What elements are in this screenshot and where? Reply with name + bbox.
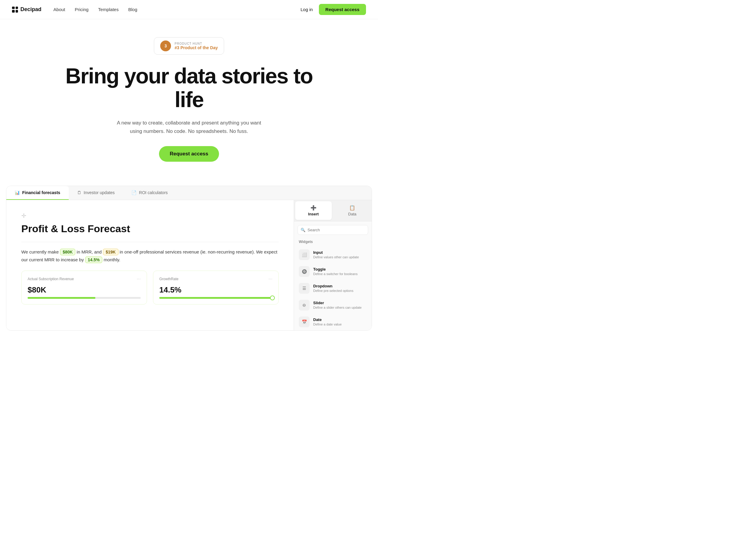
doc-text-part4: monthly. xyxy=(103,257,120,262)
drag-icon: ✛ xyxy=(21,212,279,219)
badge-text: PRODUCT HUNT #3 Product of the Day xyxy=(175,42,218,50)
widget-slider[interactable]: ⊖ Slider Define a slider others can upda… xyxy=(294,297,372,314)
nav-templates[interactable]: Templates xyxy=(98,7,118,12)
metric-card-revenue-menu[interactable]: ··· xyxy=(137,276,141,282)
badge-rank: 3 xyxy=(160,41,171,51)
widget-date[interactable]: 📅 Date Define a date value xyxy=(294,314,372,330)
doc-text: We currently make $80K in MRR, and $19K … xyxy=(21,248,279,264)
logo-icon xyxy=(12,7,18,13)
product-hunt-badge: 3 PRODUCT HUNT #3 Product of the Day xyxy=(154,37,224,55)
badge-title: #3 Product of the Day xyxy=(175,45,218,50)
demo-section: 📊 Financial forecasts 🗒 Investor updates… xyxy=(6,186,372,331)
widget-input-info: Input Define values other can update xyxy=(313,250,359,259)
request-access-button-nav[interactable]: Request access xyxy=(319,4,366,15)
search-input[interactable] xyxy=(298,225,368,235)
metric-cards: Actual Subscription Revenue ··· $80K Gro… xyxy=(21,271,279,305)
doc-text-part1: We currently make xyxy=(21,249,60,254)
metric-card-growth: GrowthRate ··· 14.5% xyxy=(153,271,279,305)
widget-date-icon: 📅 xyxy=(299,317,310,327)
widget-dropdown-desc: Define pre-selected options xyxy=(313,289,353,293)
revenue-bar-fill xyxy=(28,297,95,299)
logo[interactable]: Decipad xyxy=(12,6,42,13)
services-value[interactable]: $19K xyxy=(103,249,118,255)
insert-tab-icon: ➕ xyxy=(311,205,316,210)
mrr-value[interactable]: $80K xyxy=(60,249,75,255)
growth-slider xyxy=(159,297,272,299)
widget-input-icon: ⬜ xyxy=(299,249,310,260)
widget-slider-name: Slider xyxy=(313,301,361,305)
tab-financial-forecasts[interactable]: 📊 Financial forecasts xyxy=(6,186,69,200)
roi-tab-icon: 📄 xyxy=(131,190,137,195)
metric-card-growth-header: GrowthRate ··· xyxy=(159,276,272,282)
navbar: Decipad About Pricing Templates Blog Log… xyxy=(0,0,378,19)
metric-card-growth-label: GrowthRate xyxy=(159,277,179,281)
nav-links: About Pricing Templates Blog xyxy=(54,7,301,12)
sidebar-panel: ➕ Insert 📋 Data 🔍 Widgets ⬜ Input Define… xyxy=(294,200,372,330)
metric-card-revenue-label: Actual Subscription Revenue xyxy=(28,277,74,281)
widget-dropdown-icon: ☰ xyxy=(299,283,310,294)
nav-actions: Log in Request access xyxy=(301,4,366,15)
nav-pricing[interactable]: Pricing xyxy=(75,7,88,12)
demo-content: ✛ Profit & Loss Forecast We currently ma… xyxy=(6,200,372,330)
hero-section: 3 PRODUCT HUNT #3 Product of the Day Bri… xyxy=(0,19,378,174)
tab-investor-updates[interactable]: 🗒 Investor updates xyxy=(69,186,123,200)
badge-source: PRODUCT HUNT xyxy=(175,42,218,45)
sidebar-tabs: ➕ Insert 📋 Data xyxy=(294,200,372,221)
hero-cta-button[interactable]: Request access xyxy=(159,146,219,162)
nav-blog[interactable]: Blog xyxy=(128,7,137,12)
financial-tab-label: Financial forecasts xyxy=(22,190,60,195)
financial-tab-icon: 📊 xyxy=(15,190,20,195)
tab-roi-calculators[interactable]: 📄 ROI calculators xyxy=(123,186,176,200)
sidebar-tab-insert[interactable]: ➕ Insert xyxy=(295,201,332,220)
metric-card-revenue-header: Actual Subscription Revenue ··· xyxy=(28,276,141,282)
hero-heading: Bring your data stories to life xyxy=(54,64,324,112)
login-button[interactable]: Log in xyxy=(301,7,313,12)
widget-dropdown-name: Dropdown xyxy=(313,284,353,288)
widget-date-desc: Define a date value xyxy=(313,323,342,326)
doc-title: Profit & Loss Forecast xyxy=(21,223,279,235)
data-tab-label: Data xyxy=(348,212,356,216)
widget-date-name: Date xyxy=(313,318,342,322)
widget-toggle-info: Toggle Define a switcher for booleans xyxy=(313,267,358,276)
metric-card-revenue-value: $80K xyxy=(28,285,141,295)
widget-dropdown[interactable]: ☰ Dropdown Define pre-selected options xyxy=(294,280,372,297)
slider-track[interactable] xyxy=(159,297,272,299)
widget-toggle[interactable]: 🔘 Toggle Define a switcher for booleans xyxy=(294,263,372,280)
hero-subtext: A new way to create, collaborate and pre… xyxy=(114,119,264,135)
metric-card-growth-menu[interactable]: ··· xyxy=(269,276,272,282)
revenue-bar xyxy=(28,297,141,299)
widget-toggle-icon: 🔘 xyxy=(299,266,310,277)
slider-thumb[interactable] xyxy=(270,296,275,300)
data-tab-icon: 📋 xyxy=(349,205,355,210)
metric-card-growth-value: 14.5% xyxy=(159,285,272,295)
search-icon: 🔍 xyxy=(301,228,306,232)
widget-input-name: Input xyxy=(313,250,359,255)
demo-tabs: 📊 Financial forecasts 🗒 Investor updates… xyxy=(6,186,372,200)
brand-name: Decipad xyxy=(20,6,42,13)
nav-about[interactable]: About xyxy=(54,7,65,12)
doc-divider xyxy=(21,242,279,242)
widget-slider-desc: Define a slider others can update xyxy=(313,306,361,309)
widget-dropdown-info: Dropdown Define pre-selected options xyxy=(313,284,353,293)
roi-tab-label: ROI calculators xyxy=(139,190,168,195)
doc-text-part2: in MRR, and xyxy=(77,249,103,254)
growth-value[interactable]: 14.5% xyxy=(85,256,103,263)
metric-card-revenue: Actual Subscription Revenue ··· $80K xyxy=(21,271,147,305)
widget-slider-icon: ⊖ xyxy=(299,300,310,311)
widget-date-info: Date Define a date value xyxy=(313,318,342,326)
widget-toggle-name: Toggle xyxy=(313,267,358,272)
widget-input[interactable]: ⬜ Input Define values other can update xyxy=(294,246,372,263)
investor-tab-icon: 🗒 xyxy=(77,190,81,195)
sidebar-tab-data[interactable]: 📋 Data xyxy=(334,201,371,220)
widget-input-desc: Define values other can update xyxy=(313,255,359,259)
document-area: ✛ Profit & Loss Forecast We currently ma… xyxy=(6,200,294,330)
widgets-section-label: Widgets xyxy=(294,238,372,246)
sidebar-search: 🔍 xyxy=(298,225,368,235)
widget-toggle-desc: Define a switcher for booleans xyxy=(313,272,358,276)
investor-tab-label: Investor updates xyxy=(84,190,115,195)
insert-tab-label: Insert xyxy=(308,212,318,216)
widget-slider-info: Slider Define a slider others can update xyxy=(313,301,361,309)
